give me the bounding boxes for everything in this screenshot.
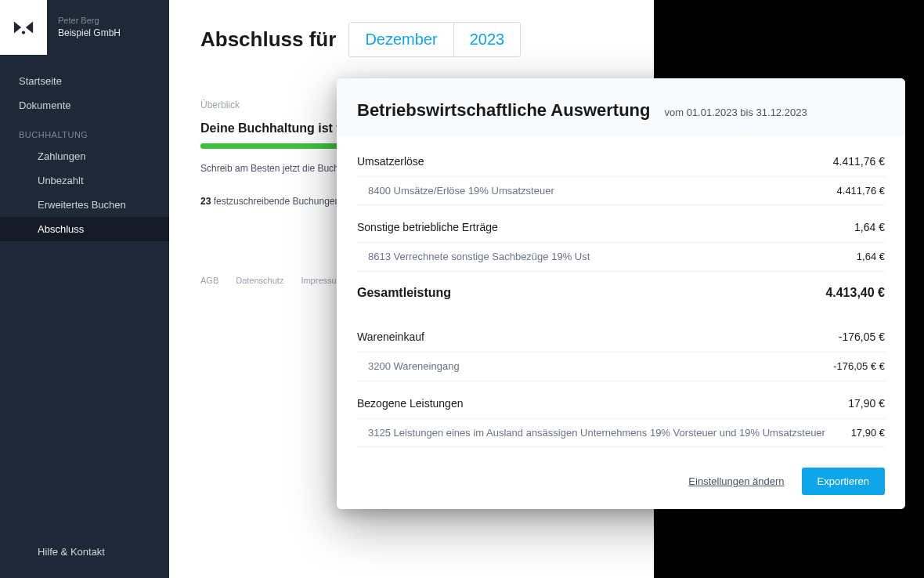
- divider: [357, 176, 885, 177]
- count-text: festzuschreibende Buchungen: [214, 196, 340, 207]
- row-summe-waren: Summe aus Waren, Material, Leistungen -1…: [357, 450, 885, 457]
- nav-unbezahlt[interactable]: Unbezahlt: [0, 168, 169, 193]
- divider: [357, 271, 885, 272]
- nav-dokumente[interactable]: Dokumente: [0, 93, 169, 117]
- modal-body[interactable]: Umsatzerlöse 4.411,76 € 8400 Umsätze/Erl…: [337, 136, 905, 457]
- datenschutz-link[interactable]: Datenschutz: [236, 276, 283, 285]
- modal-date-range: vom 01.01.2023 bis 31.12.2023: [664, 107, 807, 118]
- row-3200: 3200 Wareneingang -176,05 € €: [357, 356, 885, 378]
- row-gesamtleistung: Gesamtleistung 4.413,40 €: [357, 275, 885, 306]
- main-nav: Startseite Dokumente BUCHHALTUNG Zahlung…: [0, 69, 169, 241]
- row-8613: 8613 Verrechnete sonstige Sachbezüge 19%…: [357, 246, 885, 268]
- row-8400: 8400 Umsätze/Erlöse 19% Umsatzsteuer 4.4…: [357, 180, 885, 202]
- page-title-row: Abschluss für Dezember 2023: [200, 22, 623, 57]
- page-title: Abschluss für: [200, 27, 336, 52]
- divider: [357, 418, 885, 419]
- nav-erweitertes-buchen[interactable]: Erweitertes Buchen: [0, 193, 169, 217]
- row-3125: 3125 Leistungen eines im Ausland ansässi…: [357, 422, 885, 444]
- divider: [357, 446, 885, 447]
- row-bezogene-leistungen: Bezogene Leistungen 17,90 €: [357, 392, 885, 415]
- export-button[interactable]: Exportieren: [802, 468, 885, 495]
- user-name: Peter Berg: [58, 15, 121, 27]
- bowtie-icon: [13, 20, 34, 35]
- period-selector: Dezember 2023: [348, 22, 521, 57]
- count-number: 23: [200, 196, 211, 207]
- divider: [357, 381, 885, 381]
- nav-abschluss[interactable]: Abschluss: [0, 217, 169, 241]
- nav-section-buchhaltung: BUCHHALTUNG: [0, 117, 169, 144]
- modal-title: Betriebswirtschaftliche Auswertung: [357, 100, 650, 121]
- row-sonstige-ertraege: Sonstige betriebliche Erträge 1,64 €: [357, 216, 885, 239]
- settings-link[interactable]: Einstellungen ändern: [688, 475, 784, 487]
- sidebar: Peter Berg Beispiel GmbH Startseite Doku…: [0, 0, 169, 578]
- divider: [357, 352, 885, 352]
- logo[interactable]: [0, 0, 47, 55]
- divider: [357, 204, 885, 205]
- sidebar-footer: Hilfe & Kontakt: [0, 538, 169, 578]
- row-wareneinkauf: Wareneinkauf -176,05 €: [357, 326, 885, 349]
- month-select[interactable]: Dezember: [349, 23, 453, 56]
- divider: [357, 242, 885, 243]
- modal-header: Betriebswirtschaftliche Auswertung vom 0…: [337, 78, 905, 136]
- svg-point-0: [22, 31, 25, 34]
- agb-link[interactable]: AGB: [200, 276, 218, 285]
- nav-startseite[interactable]: Startseite: [0, 69, 169, 93]
- nav-zahlungen[interactable]: Zahlungen: [0, 144, 169, 168]
- modal-footer: Einstellungen ändern Exportieren: [337, 457, 905, 509]
- year-select[interactable]: 2023: [453, 23, 521, 56]
- user-company: Beispiel GmbH: [58, 27, 121, 40]
- user-info[interactable]: Peter Berg Beispiel GmbH: [47, 15, 121, 40]
- sidebar-header: Peter Berg Beispiel GmbH: [0, 0, 169, 55]
- row-umsatzerloese: Umsatzerlöse 4.411,76 €: [357, 150, 885, 173]
- help-contact-link[interactable]: Hilfe & Kontakt: [0, 538, 169, 565]
- bwa-modal: Betriebswirtschaftliche Auswertung vom 0…: [337, 78, 905, 509]
